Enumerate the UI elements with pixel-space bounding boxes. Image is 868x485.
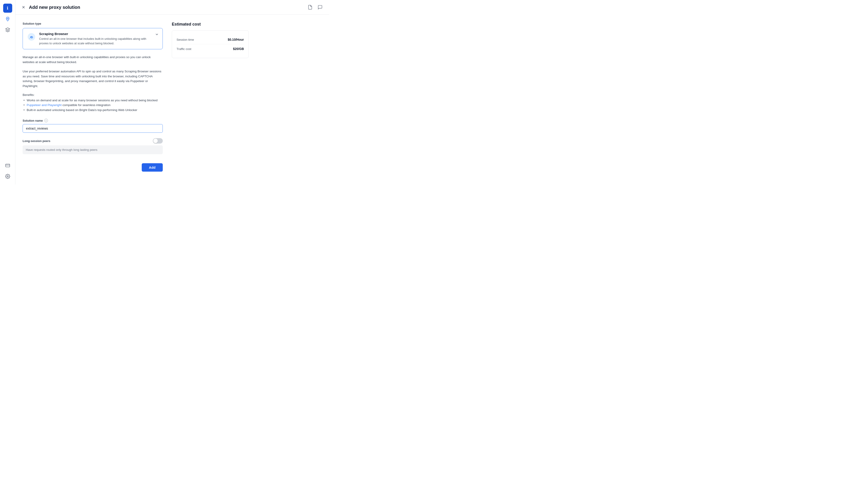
description-para1: Manage an all-in-one browser with built-… [23, 55, 163, 64]
settings-icon [5, 174, 10, 179]
solution-info: Scraping Browser Control an all-in-one b… [39, 32, 152, 46]
peers-header: Long-session peers [23, 138, 163, 144]
benefit-item-3: Built-in automated unlocking based on Br… [23, 108, 163, 113]
document-icon-button[interactable] [307, 4, 314, 11]
long-session-peers-section: Long-session peers Have requests routed … [23, 138, 163, 154]
para1-text: Manage an all-in-one browser with built-… [23, 55, 163, 64]
solution-type-label: Solution type [23, 22, 163, 25]
close-button[interactable] [21, 4, 26, 10]
benefit-item-1: Works on demand and at scale for as many… [23, 98, 163, 103]
dropdown-arrow-icon [155, 32, 159, 37]
estimated-cost-title: Estimated cost [172, 22, 249, 27]
billing-icon [5, 163, 10, 168]
benefit-item-2: Puppeteer and Playwright compatible for … [23, 103, 163, 108]
page-title: Add new proxy solution [29, 5, 304, 10]
left-panel: Solution type Scraping Browser Control a… [23, 22, 163, 177]
session-time-label: Session time [177, 38, 194, 41]
solution-name-info-icon[interactable]: i [44, 119, 48, 122]
sidebar-icon-location[interactable] [3, 14, 12, 24]
document-icon [308, 5, 313, 10]
peers-description: Have requests routed only through long l… [23, 145, 163, 154]
svg-point-0 [7, 18, 8, 19]
solution-name-input[interactable] [23, 124, 163, 133]
long-session-peers-toggle[interactable] [153, 138, 163, 144]
chat-icon [318, 5, 322, 10]
cost-row-traffic: Traffic cost $20/GB [177, 44, 244, 53]
header-actions [307, 4, 324, 11]
svg-rect-2 [5, 164, 9, 167]
description-para2: Use your preferred browser automation AP… [23, 69, 163, 88]
solution-type-name: Scraping Browser [39, 32, 152, 36]
svg-marker-1 [5, 28, 9, 30]
benefits-section: Benefits: Works on demand and at scale f… [23, 93, 163, 113]
benefit-text-2: compatible for seamless integration [62, 103, 110, 107]
svg-point-9 [31, 37, 32, 39]
layers-icon [5, 27, 10, 32]
chat-icon-button[interactable] [316, 4, 324, 11]
sidebar: ℹ [0, 0, 16, 184]
right-panel: Estimated cost Session time $0.10/Hour T… [172, 22, 249, 177]
para2-text: Use your preferred browser automation AP… [23, 69, 163, 88]
solution-name-label: Solution name i [23, 119, 163, 122]
benefits-list: Works on demand and at scale for as many… [23, 98, 163, 113]
cost-row-session: Session time $0.10/Hour [177, 35, 244, 44]
dialog-header: Add new proxy solution [16, 0, 329, 15]
scraping-browser-icon [26, 32, 36, 42]
peers-label: Long-session peers [23, 139, 51, 143]
location-icon [5, 17, 10, 22]
benefits-label: Benefits: [23, 93, 163, 96]
traffic-cost-label: Traffic cost [177, 47, 191, 51]
info-icon: ℹ [7, 6, 8, 11]
solution-type-desc: Control an all-in-one browser that inclu… [39, 37, 152, 46]
sidebar-icon-billing[interactable] [3, 161, 12, 170]
svg-point-4 [7, 176, 8, 177]
cost-card: Session time $0.10/Hour Traffic cost $20… [172, 30, 249, 58]
benefit-text-1: Works on demand and at scale for as many… [27, 98, 158, 102]
sidebar-icon-info[interactable]: ℹ [3, 4, 12, 13]
sidebar-icon-layers[interactable] [3, 25, 12, 34]
benefit-text-3: Built-in automated unlocking based on Br… [27, 108, 137, 112]
solution-name-section: Solution name i [23, 119, 163, 133]
content-area: Solution type Scraping Browser Control a… [16, 15, 329, 184]
traffic-cost-value: $20/GB [233, 47, 244, 51]
session-time-value: $0.10/Hour [228, 38, 244, 41]
puppeteer-playwright-link[interactable]: Puppeteer and Playwright [27, 103, 62, 107]
main-panel: Add new proxy solution Solution type [16, 0, 329, 184]
add-button[interactable]: Add [142, 163, 163, 172]
add-button-row: Add [23, 163, 163, 172]
solution-type-dropdown[interactable]: Scraping Browser Control an all-in-one b… [23, 28, 163, 49]
sidebar-icon-settings[interactable] [3, 172, 12, 181]
